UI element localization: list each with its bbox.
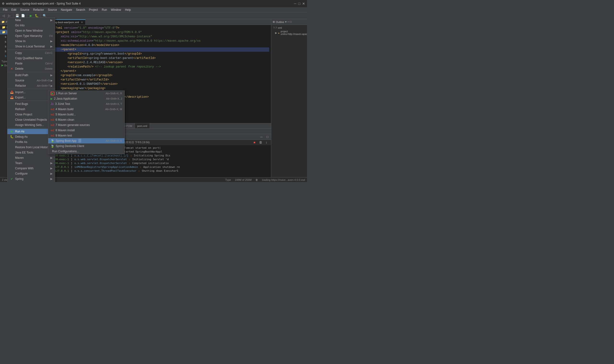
console-msg-7: Shutting down ExecutorS (142, 169, 178, 173)
ctx-open-type-hierarchy[interactable]: Open Type Hierarchy F4 (7, 33, 55, 39)
menu-file[interactable]: File (1, 8, 9, 12)
close-button[interactable]: ✕ (302, 2, 305, 5)
submenu-maven-clean[interactable]: m2 6 Maven clean (48, 117, 125, 122)
menu-navigate[interactable]: Navigate (59, 8, 74, 12)
submenu-maven-build[interactable]: m2 4 Maven build Alt+Shift+X, M (48, 106, 125, 112)
console-maximize-btn[interactable]: □ (265, 134, 270, 140)
maven-generate-icon: m2 (51, 124, 54, 126)
console-msg-3: Initializing Spring Dis (134, 154, 170, 157)
menu-search[interactable]: Search (74, 8, 87, 12)
menu-window[interactable]: Window (109, 8, 123, 12)
toolbar-back[interactable]: ◁ (1, 13, 6, 18)
ctx-sep-2 (7, 72, 55, 72)
submenu-run-configs[interactable]: Run Configurations... (48, 149, 125, 154)
ctx-open-new-window[interactable]: Open in New Window (7, 28, 55, 33)
code-line-4: xsi:schemaLocation="http://maven.apache.… (54, 39, 269, 43)
run-configs-label: Run Configurations... (52, 150, 79, 153)
ctx-build-path-arrow: ▶ (50, 74, 53, 77)
console-clear-btn[interactable]: 🗑 (258, 140, 263, 145)
ctx-maven-label: Maven (15, 156, 24, 159)
console-stop-btn[interactable]: ■ (252, 140, 257, 145)
outline-maximize[interactable]: □ (290, 20, 292, 23)
outline-item-project[interactable]: ▶ ⬥ project xmlns=http://maven.apac (272, 30, 306, 36)
ctx-paste[interactable]: Paste Ctrl+V (7, 61, 55, 66)
ctx-show-in-label: Show In (15, 39, 26, 43)
ctx-compare-with-label: Compare With (15, 167, 34, 170)
submenu-junit[interactable]: Ju 3 JUnit Test Alt+Shift+X, T (48, 101, 125, 106)
ctx-find-bugs-label: Find Bugs (15, 102, 28, 106)
tree-label-5: s (5, 45, 6, 48)
maven-install-label: 8 Maven install (56, 129, 75, 132)
outline-header: ⊞ Outline ▾ ─ □ (271, 19, 307, 25)
ctx-run-as-label: Run As (15, 130, 25, 133)
ctx-go-into-label: Go Into (15, 24, 25, 27)
title-controls[interactable]: ─ □ ✕ (294, 2, 305, 5)
menu-help[interactable]: Help (123, 8, 133, 12)
submenu-run-on-server[interactable]: ▶ 1 Run on Server Alt+Shift+X, R (48, 91, 125, 96)
ctx-source[interactable]: Source Alt+Shift+S ▶ (7, 78, 55, 83)
maven-build-shortcut: Alt+Shift+X, M (105, 108, 122, 111)
tree-label-3: s (5, 35, 6, 39)
ctx-delete[interactable]: ✕Delete Delete (7, 66, 55, 71)
ctx-refactor[interactable]: Refactor Alt+Shift+T ▶ (7, 83, 55, 88)
console-label-7: : (138, 169, 140, 173)
pom-tab-close[interactable]: ✕ (81, 21, 83, 24)
status-memory: 198M of 256M (235, 178, 251, 181)
code-line-7: <groupId>org.springframework.boot</group… (54, 52, 269, 56)
maven-build2-label: 5 Maven build... (56, 113, 76, 116)
ctx-type-hierarchy-label: Open Type Hierarchy (15, 34, 42, 38)
pom-tab-pomxml[interactable]: pom.xml (135, 123, 150, 129)
ctx-show-terminal-label: Show in Local Terminal (15, 45, 45, 48)
ctx-maven[interactable]: Maven ▶ (7, 155, 55, 160)
console-classname-7: o.s.s.concurrent.ThreadPoolTaskExecutor (74, 169, 136, 173)
title-bar: ⚙ workspace - spring-boot-war/pom.xml - … (0, 0, 307, 7)
ctx-team[interactable]: Team ▶ (7, 160, 55, 166)
ctx-build-path[interactable]: Build Path ▶ (7, 73, 55, 78)
ctx-compare-with[interactable]: Compare With ▶ (7, 166, 55, 171)
submenu-maven-test[interactable]: m2 9 Maven test (48, 133, 125, 138)
console-line-3: nio-8080-exec-1 ] o.a.c.c.C.[Tomcat].[lo… (45, 154, 269, 157)
outline-content: ?.? xml ▶ ⬥ project xmlns=http://maven.a… (271, 25, 307, 37)
ctx-show-in[interactable]: Show In ▶ (7, 39, 55, 44)
maven-clean-label: 6 Maven clean (56, 118, 74, 121)
ctx-configure[interactable]: Configure ▶ (7, 171, 55, 176)
console-minimize-btn[interactable]: ─ (259, 134, 264, 140)
ctx-show-terminal[interactable]: Show in Local Terminal ▶ (7, 44, 55, 49)
ctx-validate[interactable]: ✔Validate (7, 182, 55, 182)
code-line-12: <groupId>com.example</groupId> (54, 73, 269, 78)
menu-edit[interactable]: Edit (9, 8, 18, 12)
menu-source2[interactable]: Source (46, 8, 59, 12)
submenu-maven-install[interactable]: m2 8 Maven install (48, 128, 125, 133)
console-class-6: ] (71, 165, 72, 169)
submenu-maven-build2[interactable]: m2 5 Maven build... (48, 112, 125, 117)
outline-triangle-icon: ▶ (275, 31, 277, 35)
maximize-button[interactable]: □ (298, 2, 300, 5)
console-classname-5: o.s.web.servlet.DispatcherServlet (74, 161, 127, 165)
outline-minimize[interactable]: ─ (287, 20, 289, 23)
ctx-go-into[interactable]: Go Into (7, 23, 55, 28)
maven-generate-label: 7 Maven generate-sources (56, 123, 90, 127)
submenu-java-app[interactable]: ▶ 2 Java Application Alt+Shift+X, J (48, 96, 125, 101)
submenu-spring-boot-app[interactable]: 🍃 Spring Boot App Alt+Shift+X, B (48, 138, 125, 143)
menu-source[interactable]: Source (18, 8, 31, 12)
ctx-new[interactable]: New ▶ (7, 17, 55, 23)
code-line-15: <packaging>war</packaging> (54, 86, 269, 91)
submenu-maven-generate[interactable]: m2 7 Maven generate-sources (48, 122, 125, 128)
submenu-spring-devtools[interactable]: 🍃 Spring Devtools Client (48, 143, 125, 149)
outline-item-xml[interactable]: ?.? xml (272, 26, 306, 30)
console-scroll-btn[interactable]: ↕ (264, 140, 269, 145)
console-msg-6: Application shutdown re (143, 165, 180, 169)
outline-icon: ⊞ (273, 20, 275, 24)
menu-project[interactable]: Project (87, 8, 100, 12)
minimize-button[interactable]: ─ (294, 2, 296, 5)
status-memory-icon[interactable]: 🗑 (255, 178, 258, 181)
menu-run[interactable]: Run (100, 8, 109, 12)
console-class-4: ] (71, 157, 72, 161)
ctx-copy[interactable]: Copy Ctrl+C (7, 50, 55, 56)
menu-refactor[interactable]: Refactor (31, 8, 46, 12)
ctx-copy-qualified[interactable]: Copy Qualified Name (7, 56, 55, 61)
java-app-shortcut: Alt+Shift+X, J (106, 97, 122, 100)
outline-menu-button[interactable]: ▾ (285, 20, 287, 23)
ctx-spring[interactable]: ✔ Spring ▶ (7, 176, 55, 182)
ctx-restore-history-label: Restore from Local History... (15, 146, 51, 149)
